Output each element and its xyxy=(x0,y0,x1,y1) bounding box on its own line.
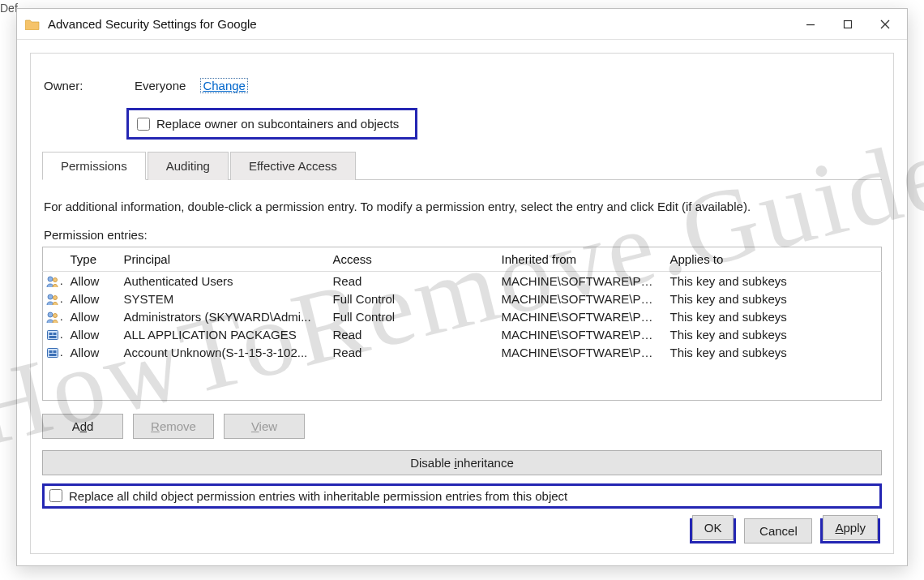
svg-rect-0 xyxy=(806,24,815,25)
cell-access: Full Control xyxy=(327,290,495,307)
cell-inherited: MACHINE\SOFTWARE\Po... xyxy=(495,290,664,307)
svg-point-3 xyxy=(53,278,58,282)
tab-effective-access[interactable]: Effective Access xyxy=(230,152,356,180)
tab-permissions[interactable]: Permissions xyxy=(42,152,146,180)
col-inherited[interactable]: Inherited from xyxy=(495,247,664,272)
entries-label: Permission entries: xyxy=(44,228,882,242)
apply-highlight: Apply xyxy=(820,518,880,543)
replace-child-highlight: Replace all child object permission entr… xyxy=(42,483,882,509)
col-applies[interactable]: Applies to xyxy=(664,247,882,272)
cell-type: Allow xyxy=(64,290,118,307)
titlebar: Advanced Security Settings for Google xyxy=(17,9,907,40)
cell-inherited: MACHINE\SOFTWARE\Po... xyxy=(495,325,664,343)
permission-entries-table[interactable]: Type Principal Access Inherited from App… xyxy=(42,247,882,401)
owner-label: Owner: xyxy=(44,79,135,92)
cell-principal: SYSTEM xyxy=(118,290,327,307)
cell-inherited: MACHINE\SOFTWARE\Po... xyxy=(495,343,664,361)
add-button[interactable]: Add xyxy=(42,414,123,439)
svg-rect-13 xyxy=(49,350,53,353)
users-icon xyxy=(46,311,59,324)
maximize-button[interactable] xyxy=(829,12,866,37)
svg-rect-14 xyxy=(53,350,57,353)
cell-principal: Administrators (SKYWARD\Admi... xyxy=(118,307,327,325)
cell-principal: Account Unknown(S-1-15-3-102... xyxy=(118,343,327,361)
table-row[interactable]: AllowAuthenticated UsersReadMACHINE\SOFT… xyxy=(43,272,882,290)
col-access[interactable]: Access xyxy=(327,247,495,272)
svg-rect-10 xyxy=(53,333,57,335)
ok-highlight: OK xyxy=(690,518,737,543)
cell-type: Allow xyxy=(64,307,118,325)
owner-row: Owner: Everyone Change xyxy=(42,78,882,93)
users-icon xyxy=(46,275,59,288)
col-principal[interactable]: Principal xyxy=(118,247,327,272)
cell-applies: This key and subkeys xyxy=(664,272,882,290)
table-row[interactable]: AllowSYSTEMFull ControlMACHINE\SOFTWARE\… xyxy=(43,290,882,307)
minimize-button[interactable] xyxy=(792,12,829,37)
dialog-buttons-row: OK Cancel Apply xyxy=(42,518,882,543)
window-controls xyxy=(792,9,904,39)
tab-auditing[interactable]: Auditing xyxy=(148,152,229,180)
cell-inherited: MACHINE\SOFTWARE\Po... xyxy=(495,272,664,290)
cell-access: Full Control xyxy=(327,307,495,325)
package-icon xyxy=(46,346,59,359)
cell-applies: This key and subkeys xyxy=(664,307,882,325)
change-owner-link[interactable]: Change xyxy=(200,78,248,93)
ok-button[interactable]: OK xyxy=(692,515,734,540)
cell-access: Read xyxy=(327,272,495,290)
package-icon xyxy=(46,329,59,342)
cell-inherited: MACHINE\SOFTWARE\Po... xyxy=(495,307,664,325)
table-header-row: Type Principal Access Inherited from App… xyxy=(43,247,882,272)
cell-type: Allow xyxy=(64,325,118,343)
table-row[interactable]: AllowALL APPLICATION PACKAGESReadMACHINE… xyxy=(43,325,882,343)
apply-button[interactable]: Apply xyxy=(823,515,878,540)
svg-rect-11 xyxy=(49,336,57,338)
col-type[interactable]: Type xyxy=(64,247,118,272)
entry-buttons-row: Add Remove View xyxy=(42,414,882,439)
info-text: For additional information, double-click… xyxy=(44,200,880,213)
security-settings-window: Advanced Security Settings for Google Ow… xyxy=(16,8,908,566)
owner-name: Everyone xyxy=(135,79,186,92)
remove-button[interactable]: Remove xyxy=(133,414,214,439)
table-row[interactable]: AllowAccount Unknown(S-1-15-3-102...Read… xyxy=(43,343,882,361)
replace-owner-label: Replace owner on subcontainers and objec… xyxy=(156,117,399,131)
svg-rect-15 xyxy=(49,354,57,356)
replace-child-label: Replace all child object permission entr… xyxy=(69,489,567,503)
cell-access: Read xyxy=(327,343,495,361)
window-content: Owner: Everyone Change Replace owner on … xyxy=(17,53,907,565)
replace-owner-checkbox[interactable] xyxy=(137,118,150,131)
folder-icon xyxy=(25,19,40,30)
cell-applies: This key and subkeys xyxy=(664,325,882,343)
svg-point-6 xyxy=(48,312,53,317)
svg-rect-1 xyxy=(845,20,852,28)
disable-inheritance-row: Disable inheritance xyxy=(42,450,882,475)
cell-principal: Authenticated Users xyxy=(118,272,327,290)
users-icon xyxy=(46,293,59,306)
svg-point-7 xyxy=(53,314,58,318)
table-row[interactable]: AllowAdministrators (SKYWARD\Admi...Full… xyxy=(43,307,882,325)
replace-owner-row: Replace owner on subcontainers and objec… xyxy=(126,108,882,140)
cell-principal: ALL APPLICATION PACKAGES xyxy=(118,325,327,343)
window-title: Advanced Security Settings for Google xyxy=(48,17,257,31)
tabs: Permissions Auditing Effective Access xyxy=(42,151,882,180)
cell-applies: This key and subkeys xyxy=(664,343,882,361)
cancel-button[interactable]: Cancel xyxy=(744,518,812,543)
cell-type: Allow xyxy=(64,343,118,361)
close-button[interactable] xyxy=(866,12,904,37)
inner-panel: Owner: Everyone Change Replace owner on … xyxy=(30,53,894,554)
cell-applies: This key and subkeys xyxy=(664,290,882,307)
svg-point-2 xyxy=(48,277,53,281)
replace-child-checkbox[interactable] xyxy=(49,489,62,502)
cell-access: Read xyxy=(327,325,495,343)
svg-point-4 xyxy=(48,294,53,299)
svg-rect-9 xyxy=(49,333,53,335)
disable-inheritance-button[interactable]: Disable inheritance xyxy=(42,450,882,475)
cell-type: Allow xyxy=(64,272,118,290)
svg-point-5 xyxy=(53,296,58,300)
view-button[interactable]: View xyxy=(224,414,305,439)
replace-owner-highlight: Replace owner on subcontainers and objec… xyxy=(126,108,417,140)
